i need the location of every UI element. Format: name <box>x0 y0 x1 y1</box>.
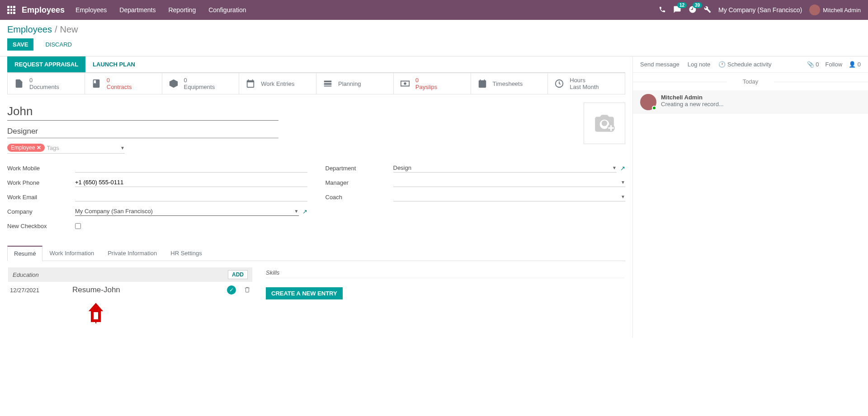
stat-payslips[interactable]: 0Payslips <box>394 73 471 94</box>
stat-documents[interactable]: 0Documents <box>8 73 85 94</box>
external-link-icon[interactable]: ↗ <box>302 208 307 215</box>
timesheet-icon <box>476 78 488 89</box>
tags-field[interactable]: Employee ✕ Tags ▼ <box>7 144 125 154</box>
stat-equipments[interactable]: 0Equipments <box>162 73 240 94</box>
user-menu[interactable]: Mitchell Admin <box>809 5 861 15</box>
apps-icon[interactable] <box>7 6 15 14</box>
paperclip-icon: 📎 <box>807 61 814 68</box>
department-label: Department <box>326 165 393 172</box>
create-entry-button[interactable]: CREATE A NEW ENTRY <box>266 287 343 299</box>
work-phone-input[interactable] <box>75 178 307 187</box>
clock-icon <box>553 78 565 89</box>
chevron-down-icon: ▼ <box>621 180 625 185</box>
presence-dot-icon <box>652 106 656 110</box>
menu-employees[interactable]: Employees <box>75 6 107 14</box>
employee-name-input[interactable] <box>7 103 278 121</box>
menu-departments[interactable]: Departments <box>119 6 156 14</box>
breadcrumb: Employees / New <box>0 20 868 37</box>
user-avatar-icon <box>809 5 820 15</box>
trash-icon[interactable] <box>244 286 250 294</box>
phone-icon[interactable] <box>659 6 666 14</box>
chatter-message: Mitchell Admin Creating a new record... <box>633 90 868 114</box>
department-select[interactable]: Design▼ <box>393 164 617 173</box>
discard-button[interactable]: DISCARD <box>40 38 77 51</box>
external-link-icon[interactable]: ↗ <box>620 165 625 172</box>
job-title-input[interactable] <box>7 125 278 138</box>
work-email-input[interactable] <box>75 192 307 201</box>
work-mobile-label: Work Mobile <box>7 165 75 172</box>
debug-icon[interactable] <box>704 6 711 14</box>
coach-label: Coach <box>326 194 393 201</box>
stat-work-entries[interactable]: Work Entries <box>239 73 316 94</box>
log-note-button[interactable]: Log note <box>688 61 711 68</box>
followers-button[interactable]: 👤 0 <box>849 61 861 68</box>
check-circle-icon: ✓ <box>227 285 236 294</box>
chevron-down-icon: ▼ <box>294 209 299 214</box>
tags-placeholder: Tags <box>47 145 59 151</box>
work-mobile-input[interactable] <box>75 164 307 173</box>
menu-reporting[interactable]: Reporting <box>168 6 196 14</box>
save-button[interactable]: SAVE <box>7 38 33 51</box>
person-icon: 👤 <box>849 61 856 68</box>
attachments-button[interactable]: 📎 0 <box>807 61 819 68</box>
user-name: Mitchell Admin <box>823 7 861 14</box>
follow-button[interactable]: Follow <box>826 61 843 68</box>
chatter: Send message Log note 🕐 Schedule activit… <box>633 56 868 338</box>
schedule-activity-button[interactable]: 🕐 Schedule activity <box>718 61 771 68</box>
tag-remove-icon[interactable]: ✕ <box>37 145 41 151</box>
new-checkbox-input[interactable] <box>75 223 81 229</box>
company-select[interactable]: My Company (San Francisco)▼ <box>75 207 299 216</box>
tabs: Resumé Work Information Private Informat… <box>7 246 625 261</box>
new-checkbox-label: New Checkbox <box>7 223 75 229</box>
resume-title: Resume-John <box>72 285 219 294</box>
stat-hours[interactable]: HoursLast Month <box>548 73 625 94</box>
money-icon <box>399 78 411 89</box>
manager-label: Manager <box>326 179 393 186</box>
tag-employee: Employee ✕ <box>7 144 45 152</box>
image-upload[interactable] <box>584 103 625 144</box>
add-resume-button[interactable]: ADD <box>228 270 248 279</box>
activities-icon[interactable]: 39 <box>689 5 697 15</box>
svg-rect-3 <box>92 311 99 321</box>
company-selector[interactable]: My Company (San Francisco) <box>718 6 802 14</box>
stat-timesheets[interactable]: Timesheets <box>471 73 548 94</box>
chevron-down-icon: ▼ <box>621 194 625 199</box>
book-icon <box>90 78 102 89</box>
message-author: Mitchell Admin <box>661 94 724 101</box>
tab-private-information[interactable]: Private Information <box>101 246 164 261</box>
chevron-down-icon: ▼ <box>120 145 125 150</box>
coach-select[interactable]: ▼ <box>393 192 626 201</box>
chevron-down-icon: ▼ <box>612 165 617 170</box>
stat-planning[interactable]: Planning <box>316 73 394 94</box>
request-appraisal-button[interactable]: REQUEST APPRAISAL <box>7 56 85 72</box>
cubes-icon <box>168 78 179 89</box>
manager-select[interactable]: ▼ <box>393 178 626 187</box>
activities-badge: 39 <box>693 2 702 8</box>
messages-badge: 12 <box>677 2 687 8</box>
stat-buttons: 0Documents 0Contracts 0Equipments Work E… <box>7 73 625 94</box>
tab-work-information[interactable]: Work Information <box>42 246 101 261</box>
work-email-label: Work Email <box>7 194 75 201</box>
breadcrumb-root[interactable]: Employees <box>7 24 52 35</box>
resume-row[interactable]: 12/27/2021 Resume-John ✓ <box>8 282 252 298</box>
tab-hr-settings[interactable]: HR Settings <box>164 246 208 261</box>
breadcrumb-current: New <box>60 24 78 35</box>
app-brand[interactable]: Employees <box>22 5 65 15</box>
send-message-button[interactable]: Send message <box>640 61 679 68</box>
company-label: Company <box>7 208 75 215</box>
resume-date: 12/27/2021 <box>10 287 64 294</box>
messages-icon[interactable]: 12 <box>673 5 681 15</box>
clock-icon: 🕐 <box>718 61 726 68</box>
top-menu: Employees Departments Reporting Configur… <box>75 6 659 14</box>
tab-resume[interactable]: Resumé <box>7 246 42 261</box>
planning-icon <box>322 78 334 89</box>
document-icon <box>13 78 25 89</box>
calendar-icon <box>245 78 256 89</box>
annotation-arrow <box>85 303 107 324</box>
top-navbar: Employees Employees Departments Reportin… <box>0 0 868 20</box>
work-phone-label: Work Phone <box>7 179 75 186</box>
menu-configuration[interactable]: Configuration <box>208 6 246 14</box>
launch-plan-button[interactable]: LAUNCH PLAN <box>85 56 142 72</box>
stat-contracts[interactable]: 0Contracts <box>85 73 162 94</box>
skills-header: Skills <box>266 267 624 278</box>
